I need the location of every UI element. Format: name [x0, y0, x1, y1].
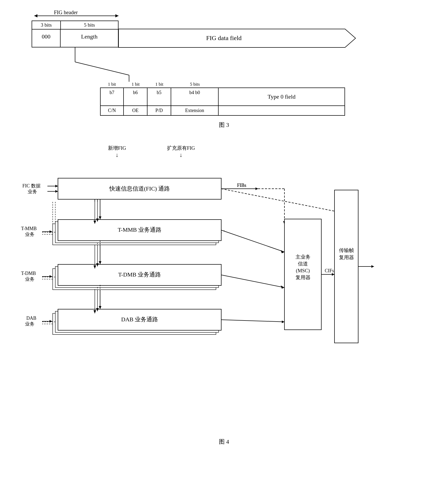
svg-line-103: [221, 189, 334, 211]
svg-text:CIFs: CIFs: [325, 268, 334, 273]
svg-marker-34: [281, 250, 284, 253]
fig3-caption: 图 3: [16, 121, 432, 129]
sub-cell-b4b0: b4 b0: [171, 88, 219, 106]
fig4-caption: 图 4: [16, 438, 432, 446]
svg-marker-1: [34, 14, 37, 17]
svg-marker-76: [50, 320, 52, 323]
fig4-diagram: 新增FIG ↓ 扩充原有FIG ↓ FIC 数据 业务 快速信息信道(FIC) …: [16, 145, 432, 446]
svg-marker-18: [255, 187, 258, 190]
svg-text:快速信息信道(FIC) 通路: 快速信息信道(FIC) 通路: [109, 185, 170, 192]
svg-rect-98: [334, 190, 358, 343]
svg-marker-55: [50, 275, 52, 278]
svg-marker-30: [50, 230, 52, 233]
svg-marker-89: [282, 321, 284, 323]
fig4-svg: FIC 数据 业务 快速信息信道(FIC) 通路 FIBs T-MMB 业务通路…: [21, 158, 432, 435]
svg-text:FIG  header: FIG header: [54, 9, 78, 15]
connector-lines: [32, 47, 216, 82]
svg-marker-59: [99, 261, 101, 264]
svg-text:复用器: 复用器: [339, 255, 354, 260]
svg-marker-12: [55, 185, 58, 187]
svg-text:业务: 业务: [28, 189, 37, 194]
fig4-label-new-fig: 新增FIG: [108, 145, 126, 152]
svg-text:T-DMB: T-DMB: [21, 271, 36, 276]
sub-cell-extension: Extension: [171, 106, 219, 116]
bits-label-col1: 3 bits: [32, 21, 61, 29]
svg-marker-68: [281, 285, 284, 289]
svg-line-67: [221, 275, 284, 288]
fig4-label-expand-fig: 扩充原有FIG: [167, 145, 195, 152]
svg-line-7: [75, 62, 129, 75]
svg-line-88: [221, 320, 284, 322]
sub-cell-type0: Type 0 field: [219, 88, 345, 106]
fig-header-bracket: FIG header: [32, 11, 121, 20]
sub-cell-cn: C/N: [100, 106, 124, 116]
svg-marker-102: [371, 265, 374, 268]
sub-bits-b4b0: 5 bits: [171, 82, 219, 87]
fig3-diagram: FIG header 3 bits 5 bits 000 Length FIG …: [16, 11, 432, 129]
svg-line-33: [221, 230, 284, 252]
svg-text:(MSC): (MSC): [296, 268, 310, 274]
svg-text:DAB: DAB: [26, 316, 36, 321]
svg-text:DAB 业务通路: DAB 业务通路: [121, 316, 158, 323]
svg-marker-14: [55, 190, 58, 193]
sub-bits-b6: 1 bit: [124, 82, 147, 87]
svg-text:复用器: 复用器: [296, 275, 311, 280]
svg-marker-40: [99, 216, 101, 220]
svg-marker-96: [332, 273, 334, 276]
cell-000: 000: [32, 29, 61, 47]
svg-text:信道: 信道: [298, 261, 308, 266]
fig3-sub-table: 1 bit 1 bit 1 bit 5 bits b7 b6 b5 b4 b0 …: [100, 82, 432, 116]
svg-text:FIG  data  field: FIG data field: [206, 35, 242, 41]
svg-text:T-MMB: T-MMB: [21, 226, 37, 231]
cell-length: Length: [61, 29, 119, 47]
sub-cell-b5: b5: [147, 88, 171, 106]
sub-cell-oe: OE: [124, 106, 147, 116]
bits-label-col2: 5 bits: [61, 21, 119, 29]
sub-cell-pd: P/D: [147, 106, 171, 116]
svg-text:主业务: 主业务: [296, 254, 311, 260]
fig-data-field-box: FIG data field: [119, 29, 356, 47]
svg-text:传输帧: 传输帧: [339, 248, 354, 253]
svg-marker-80: [99, 306, 101, 309]
svg-text:T-MMB 业务通路: T-MMB 业务通路: [118, 226, 161, 233]
sub-bits-b5: 1 bit: [147, 82, 171, 87]
svg-text:业务: 业务: [25, 276, 35, 282]
svg-text:T-DMB 业务通路: T-DMB 业务通路: [118, 271, 161, 278]
svg-marker-2: [115, 14, 119, 17]
sub-cell-b7: b7: [100, 88, 124, 106]
sub-bits-b7: 1 bit: [100, 82, 124, 87]
svg-text:业务: 业务: [25, 232, 35, 237]
svg-text:业务: 业务: [25, 321, 35, 327]
svg-text:FIBs: FIBs: [237, 183, 246, 188]
sub-cell-b6: b6: [124, 88, 147, 106]
svg-text:FIC 数据: FIC 数据: [22, 183, 41, 188]
svg-rect-90: [284, 219, 321, 330]
